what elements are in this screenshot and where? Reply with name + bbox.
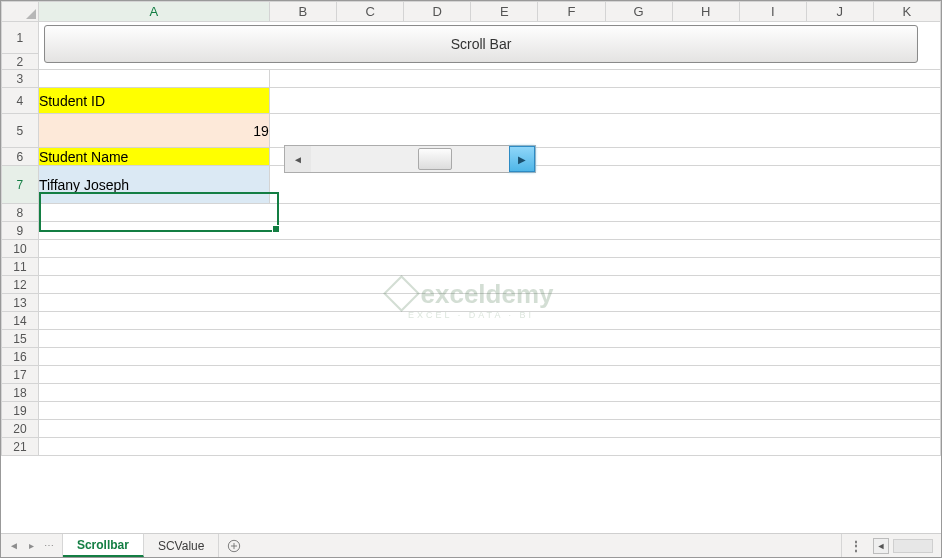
row-header-3[interactable]: 3 — [2, 70, 39, 88]
row-header-11[interactable]: 11 — [2, 258, 39, 276]
sheet-tab-bar: ◄ ▸ ⋯ Scrollbar SCValue ⋮ ◄ — [1, 533, 941, 557]
tab-bar-options-icon[interactable]: ⋮ — [850, 539, 869, 553]
cell-A6[interactable]: Student Name — [38, 148, 269, 166]
tab-label: Scrollbar — [77, 538, 129, 552]
row-header-1[interactable]: 1 — [2, 22, 39, 54]
col-header-C[interactable]: C — [337, 2, 404, 22]
col-header-A[interactable]: A — [38, 2, 269, 22]
scrollbar-track[interactable] — [311, 146, 509, 172]
row-header-16[interactable]: 16 — [2, 348, 39, 366]
horizontal-scroll-area[interactable]: ⋮ ◄ — [841, 534, 941, 557]
worksheet-grid[interactable]: A B C D E F G H I J K 1 2 3 4 Student ID — [1, 1, 941, 533]
row-header-4[interactable]: 4 — [2, 88, 39, 114]
scrollbar-left-arrow[interactable]: ◄ — [285, 146, 311, 172]
chevron-left-icon: ◄ — [293, 154, 303, 165]
cell[interactable] — [38, 70, 269, 88]
row-header-15[interactable]: 15 — [2, 330, 39, 348]
select-all-corner[interactable] — [2, 2, 39, 22]
tab-nav-prev-icon[interactable]: ▸ — [29, 540, 34, 551]
tab-scrollbar[interactable]: Scrollbar — [63, 533, 144, 557]
col-header-E[interactable]: E — [471, 2, 538, 22]
row-header-18[interactable]: 18 — [2, 384, 39, 402]
plus-circle-icon — [227, 539, 241, 553]
row-header-14[interactable]: 14 — [2, 312, 39, 330]
hscroll-track[interactable] — [893, 539, 933, 553]
col-header-H[interactable]: H — [672, 2, 739, 22]
hscroll-left-button[interactable]: ◄ — [873, 538, 889, 554]
col-header-G[interactable]: G — [605, 2, 672, 22]
chevron-right-icon: ▶ — [518, 154, 526, 165]
col-header-B[interactable]: B — [269, 2, 336, 22]
row-header-6[interactable]: 6 — [2, 148, 39, 166]
col-header-K[interactable]: K — [873, 2, 940, 22]
col-header-J[interactable]: J — [806, 2, 873, 22]
col-header-F[interactable]: F — [538, 2, 605, 22]
add-sheet-button[interactable] — [219, 534, 249, 557]
row-header-20[interactable]: 20 — [2, 420, 39, 438]
row-header-17[interactable]: 17 — [2, 366, 39, 384]
form-scrollbar-control[interactable]: ◄ ▶ — [284, 145, 536, 173]
col-header-I[interactable]: I — [739, 2, 806, 22]
row-header-13[interactable]: 13 — [2, 294, 39, 312]
row-header-2[interactable]: 2 — [2, 54, 39, 70]
banner-title: Scroll Bar — [451, 36, 512, 52]
cell-A7[interactable]: Tiffany Joseph — [38, 166, 269, 204]
cell-A4[interactable]: Student ID — [38, 88, 269, 114]
row-header-8[interactable]: 8 — [2, 204, 39, 222]
row-header-10[interactable]: 10 — [2, 240, 39, 258]
tab-nav-buttons[interactable]: ◄ ▸ ⋯ — [1, 534, 63, 557]
row-header-12[interactable]: 12 — [2, 276, 39, 294]
merged-title-box: Scroll Bar — [44, 25, 918, 63]
col-header-D[interactable]: D — [404, 2, 471, 22]
tab-nav-first-icon[interactable]: ◄ — [9, 540, 19, 551]
row-header-21[interactable]: 21 — [2, 438, 39, 456]
row-header-5[interactable]: 5 — [2, 114, 39, 148]
row-header-19[interactable]: 19 — [2, 402, 39, 420]
tab-scvalue[interactable]: SCValue — [144, 534, 219, 557]
tab-nav-more-icon[interactable]: ⋯ — [44, 540, 54, 551]
cell-A5[interactable]: 19 — [38, 114, 269, 148]
tab-label: SCValue — [158, 539, 204, 553]
row-header-7[interactable]: 7 — [2, 166, 39, 204]
scrollbar-thumb[interactable] — [418, 148, 452, 170]
scrollbar-right-arrow[interactable]: ▶ — [509, 146, 535, 172]
row-header-9[interactable]: 9 — [2, 222, 39, 240]
